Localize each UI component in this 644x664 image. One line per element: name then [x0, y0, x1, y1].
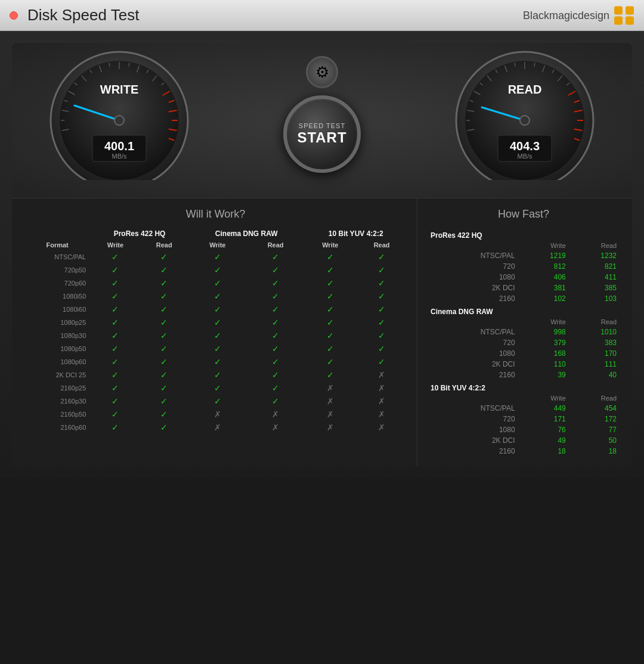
speed-format-label: NTSC/PAL [427, 250, 519, 261]
speed-col-headers: WriteRead [427, 393, 620, 403]
compat-cell: ✓ [305, 355, 357, 368]
compat-cell: ✓ [356, 355, 407, 368]
compat-cell: ✓ [305, 290, 357, 303]
speed-read-value: 50 [569, 435, 620, 446]
compat-cell: ✓ [188, 290, 247, 303]
check-icon: ✓ [327, 357, 334, 367]
check-icon: ✓ [214, 331, 221, 340]
compat-cell: ✓ [140, 421, 188, 434]
speed-read-value: 111 [569, 359, 620, 370]
brand-dot-3 [614, 16, 623, 24]
cross-icon: ✗ [214, 423, 221, 432]
close-button[interactable] [10, 11, 18, 20]
compat-cell: ✓ [356, 342, 407, 355]
format-label: 2160p30 [24, 395, 91, 408]
check-icon: ✓ [214, 291, 221, 301]
cross-icon: ✗ [378, 409, 385, 419]
check-icon: ✓ [214, 252, 221, 262]
compat-cell: ✓ [91, 395, 140, 408]
check-icon: ✓ [327, 370, 334, 380]
write-gauge-container: WRITE 400.1 MB/s [36, 49, 203, 180]
compat-row: 1080p25✓✓✓✓✓✓ [24, 316, 407, 329]
compat-cell: ✓ [140, 408, 188, 421]
check-icon: ✓ [214, 305, 221, 314]
speed-col-headers: WriteRead [427, 317, 620, 327]
check-icon: ✓ [112, 344, 119, 353]
compat-cell: ✓ [247, 316, 305, 329]
format-label: 2160p25 [24, 381, 91, 395]
compat-cell: ✗ [247, 408, 305, 421]
check-icon: ✓ [214, 318, 221, 327]
check-icon: ✓ [272, 383, 279, 393]
compat-row: 2160p25✓✓✓✓✗✗ [24, 381, 407, 395]
brand-icon [614, 6, 634, 24]
compat-cell: ✓ [247, 303, 305, 316]
cross-icon: ✗ [378, 370, 385, 380]
compat-cell: ✓ [188, 263, 247, 277]
cinema-read-header: Read [247, 240, 305, 250]
compat-cell: ✓ [356, 329, 407, 342]
check-icon: ✓ [112, 278, 119, 288]
check-icon: ✓ [112, 252, 119, 262]
compat-title: Will it Work? [24, 208, 407, 221]
compat-cell: ✓ [247, 263, 305, 277]
check-icon: ✓ [272, 344, 279, 353]
prores-write-header: Write [91, 240, 140, 250]
check-icon: ✓ [112, 357, 119, 367]
check-icon: ✓ [272, 318, 279, 327]
main-content: WRITE 400.1 MB/s ⚙ SPEED TEST START [0, 31, 644, 478]
check-icon: ✓ [378, 252, 385, 262]
speed-write-value: 1219 [519, 250, 569, 261]
compat-section: Will it Work? ProRes 422 HQ Cinema DNG R… [12, 198, 417, 466]
format-col-header: Format [24, 240, 91, 250]
speed-test-label: SPEED TEST [299, 122, 345, 129]
compat-cell: ✗ [356, 408, 407, 421]
speed-col-header: Read [569, 317, 620, 327]
compat-cell: ✓ [91, 263, 140, 277]
speed-format-label: 720 [427, 414, 519, 424]
speed-format-label: NTSC/PAL [427, 403, 519, 414]
speed-data-row: 2K DCI110111 [427, 359, 620, 370]
settings-button[interactable]: ⚙ [306, 56, 338, 88]
check-icon: ✓ [160, 409, 168, 419]
compat-cell: ✓ [188, 342, 247, 355]
speed-data-row: 2K DCI381385 [427, 283, 620, 293]
check-icon: ✓ [378, 291, 385, 301]
compat-cell: ✓ [247, 381, 305, 395]
start-speed-test-button[interactable]: SPEED TEST START [283, 95, 361, 173]
speed-read-value: 385 [569, 283, 620, 293]
check-icon: ✓ [160, 252, 168, 262]
check-icon: ✓ [160, 265, 168, 275]
check-icon: ✓ [160, 357, 168, 367]
brand-logo: Blackmagicdesign [523, 6, 634, 24]
speed-write-value: 102 [519, 293, 569, 304]
compat-cell: ✓ [247, 368, 305, 381]
speed-write-value: 39 [519, 370, 569, 380]
cross-icon: ✗ [327, 409, 334, 419]
cross-icon: ✗ [272, 409, 279, 419]
speed-format-label: NTSC/PAL [427, 327, 519, 337]
compat-cell: ✓ [305, 316, 357, 329]
compat-cell: ✗ [305, 381, 357, 395]
check-icon: ✓ [160, 291, 168, 301]
write-gauge: WRITE 400.1 MB/s [36, 49, 203, 180]
speed-col-header: Write [519, 393, 569, 403]
speed-data-row: 720171172 [427, 414, 620, 424]
speed-group-header: 10 Bit YUV 4:2:2 [427, 380, 620, 393]
speed-group-header: ProRes 422 HQ [427, 228, 620, 241]
check-icon: ✓ [112, 396, 119, 406]
compat-cell: ✓ [91, 342, 140, 355]
speed-write-value: 406 [519, 272, 569, 283]
compat-cell: ✓ [140, 290, 188, 303]
compat-row: 2160p50✓✓✗✗✗✗ [24, 408, 407, 421]
compat-cell: ✓ [91, 290, 140, 303]
svg-point-55 [520, 116, 530, 125]
compat-cell: ✓ [305, 277, 357, 290]
check-icon: ✓ [272, 396, 279, 406]
speed-format-label: 1080 [427, 348, 519, 359]
compat-cell: ✓ [188, 250, 247, 263]
compat-cell: ✓ [305, 368, 357, 381]
speed-format-label: 720 [427, 261, 519, 272]
compat-row: 720p50✓✓✓✓✓✓ [24, 263, 407, 277]
compat-cell: ✓ [188, 381, 247, 395]
